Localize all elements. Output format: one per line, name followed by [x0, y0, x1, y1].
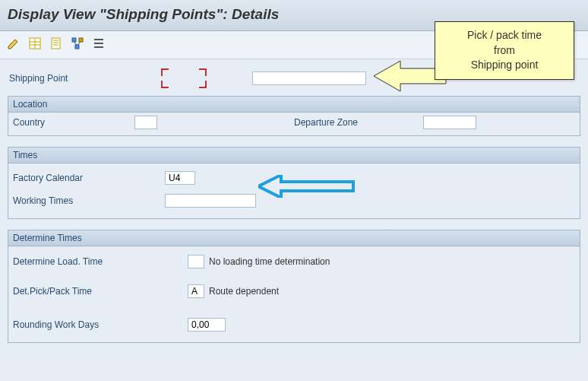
- pickpack-text: Route dependent: [209, 286, 279, 297]
- rounding-label: Rounding Work Days: [13, 319, 188, 330]
- list-icon[interactable]: [91, 36, 106, 51]
- shipping-point-label: Shipping Point: [9, 73, 161, 84]
- callout-line1: Pick / pack time: [440, 28, 569, 43]
- rounding-input[interactable]: [188, 318, 226, 332]
- determine-times-group: Determine Times Determine Load. Time No …: [8, 230, 580, 343]
- table-icon[interactable]: [27, 36, 43, 51]
- departure-zone-label: Departure Zone: [294, 117, 423, 128]
- load-time-label: Determine Load. Time: [13, 256, 188, 267]
- working-times-input[interactable]: [165, 194, 256, 208]
- factory-calendar-label: Factory Calendar: [13, 173, 165, 183]
- content-area: Shipping Point Location Country Departur…: [0, 59, 588, 360]
- doc-icon[interactable]: [49, 36, 64, 51]
- svg-line-11: [74, 42, 77, 45]
- svg-rect-4: [52, 38, 60, 49]
- svg-line-12: [77, 42, 81, 45]
- factory-calendar-input[interactable]: [165, 171, 195, 185]
- load-time-text: No loading time determination: [209, 256, 330, 267]
- determine-times-header: Determine Times: [8, 230, 580, 246]
- svg-rect-9: [79, 38, 83, 42]
- shipping-point-desc-input[interactable]: [252, 71, 366, 85]
- country-input[interactable]: [134, 116, 157, 129]
- shipping-point-code-bracket[interactable]: [161, 68, 207, 88]
- svg-marker-17: [258, 175, 353, 198]
- times-header: Times: [8, 148, 580, 164]
- callout-line3: Shipping point: [440, 58, 569, 73]
- departure-zone-input[interactable]: [423, 116, 476, 129]
- pickpack-label: Det.Pick/Pack Time: [13, 286, 188, 297]
- location-group: Location Country Departure Zone: [8, 96, 580, 136]
- callout-line2: from: [440, 43, 569, 59]
- shipping-point-code-input[interactable]: [172, 71, 195, 85]
- hier-icon[interactable]: [70, 36, 85, 51]
- edit-icon[interactable]: [6, 36, 21, 51]
- country-label: Country: [13, 117, 134, 128]
- load-time-code-input[interactable]: [188, 255, 204, 268]
- location-header: Location: [8, 97, 580, 113]
- working-times-label: Working Times: [13, 195, 165, 206]
- svg-rect-10: [75, 45, 79, 49]
- pickpack-code-input[interactable]: [188, 284, 204, 298]
- blue-arrow-icon: [258, 175, 357, 198]
- callout-box: Pick / pack time from Shipping point: [435, 21, 574, 80]
- svg-rect-8: [72, 38, 76, 42]
